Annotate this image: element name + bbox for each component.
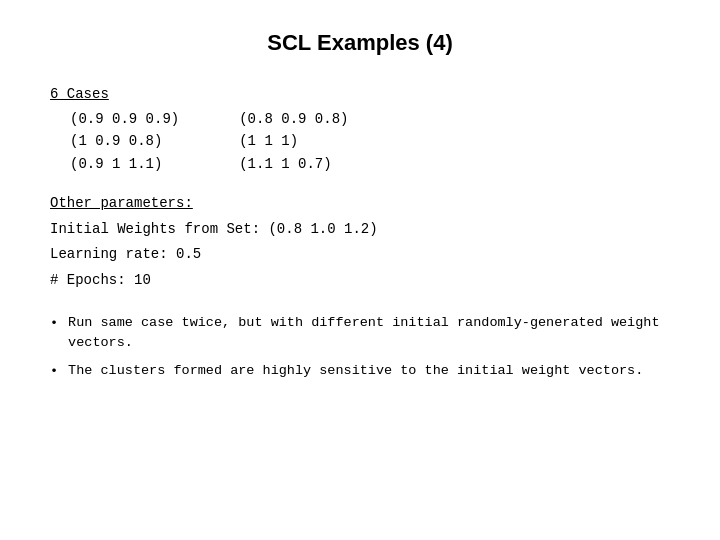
page-title: SCL Examples (4) bbox=[50, 30, 670, 56]
other-params-block: Other parameters: Initial Weights from S… bbox=[50, 195, 670, 293]
case-line: (1 1 1) bbox=[239, 130, 348, 152]
bullet-dot-1: • bbox=[50, 362, 58, 382]
page: SCL Examples (4) 6 Cases (0.9 0.9 0.9) (… bbox=[0, 0, 720, 540]
param-line-0: Initial Weights from Set: (0.8 1.0 1.2) bbox=[50, 217, 670, 242]
param-line-1: Learning rate: 0.5 bbox=[50, 242, 670, 267]
cases-label: 6 Cases bbox=[50, 86, 670, 102]
cases-block: 6 Cases (0.9 0.9 0.9) (1 0.9 0.8) (0.9 1… bbox=[50, 86, 670, 175]
bullet-text-0: Run same case twice, but with different … bbox=[68, 313, 670, 354]
case-line: (0.8 0.9 0.8) bbox=[239, 108, 348, 130]
case-line: (1.1 1 0.7) bbox=[239, 153, 348, 175]
param-line-2: # Epochs: 10 bbox=[50, 268, 670, 293]
case-line: (0.9 0.9 0.9) bbox=[70, 108, 179, 130]
bullets-block: • Run same case twice, but with differen… bbox=[50, 313, 670, 383]
cases-left-column: (0.9 0.9 0.9) (1 0.9 0.8) (0.9 1 1.1) bbox=[70, 108, 179, 175]
bullet-item-1: • The clusters formed are highly sensiti… bbox=[50, 361, 670, 382]
case-line: (1 0.9 0.8) bbox=[70, 130, 179, 152]
bullet-text-1: The clusters formed are highly sensitive… bbox=[68, 361, 670, 381]
cases-row: (0.9 0.9 0.9) (1 0.9 0.8) (0.9 1 1.1) (0… bbox=[70, 108, 670, 175]
cases-right-column: (0.8 0.9 0.8) (1 1 1) (1.1 1 0.7) bbox=[239, 108, 348, 175]
bullet-item-0: • Run same case twice, but with differen… bbox=[50, 313, 670, 354]
other-params-label: Other parameters: bbox=[50, 195, 670, 211]
bullet-dot-0: • bbox=[50, 314, 58, 334]
case-line: (0.9 1 1.1) bbox=[70, 153, 179, 175]
